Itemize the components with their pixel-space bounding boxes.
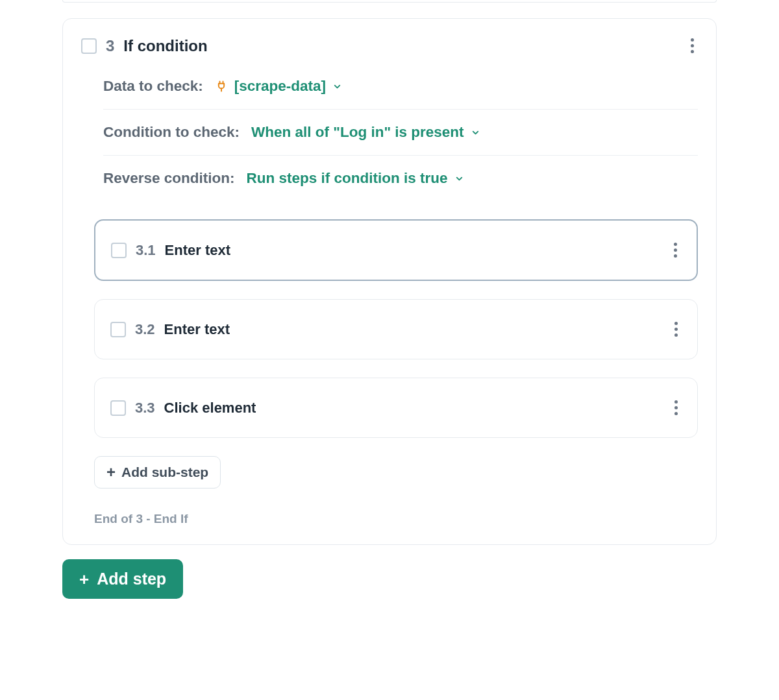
substep-card[interactable]: 3.2 Enter text bbox=[94, 299, 698, 359]
step-header-row: 3 If condition bbox=[81, 34, 698, 57]
step-checkbox[interactable] bbox=[81, 38, 97, 54]
chevron-down-icon bbox=[471, 128, 480, 138]
setting-label-data-to-check: Data to check: bbox=[103, 78, 203, 95]
chevron-down-icon bbox=[454, 174, 464, 184]
add-step-label: Add step bbox=[97, 570, 166, 588]
substep-checkbox[interactable] bbox=[110, 322, 126, 337]
substep-more-menu[interactable] bbox=[671, 396, 682, 419]
substep-card[interactable]: 3.1 Enter text bbox=[94, 219, 698, 281]
add-step-button[interactable]: + Add step bbox=[62, 559, 183, 599]
substep-more-menu[interactable] bbox=[670, 239, 681, 261]
setting-label-reverse: Reverse condition: bbox=[103, 170, 235, 187]
condition-value-text: When all of "Log in" is present bbox=[251, 124, 464, 141]
substep-checkbox[interactable] bbox=[110, 400, 126, 416]
chevron-down-icon bbox=[332, 82, 342, 91]
substep-title: Enter text bbox=[165, 242, 230, 259]
end-if-label: End of 3 - End If bbox=[94, 512, 698, 526]
setting-value-data-to-check[interactable]: [scrape-data] bbox=[215, 78, 342, 95]
substep-title: Click element bbox=[164, 400, 256, 416]
setting-value-reverse[interactable]: Run steps if condition is true bbox=[247, 170, 464, 187]
step-settings: Data to check: [scrape-data] bbox=[81, 78, 698, 201]
add-substep-label: Add sub-step bbox=[121, 465, 208, 480]
substeps-list: 3.1 Enter text 3.2 Enter text 3.3 Click … bbox=[81, 219, 698, 526]
plus-icon: + bbox=[106, 465, 116, 480]
plus-icon: + bbox=[79, 571, 89, 588]
step-number: 3 bbox=[106, 37, 114, 55]
reverse-value-text: Run steps if condition is true bbox=[247, 170, 448, 187]
substep-card[interactable]: 3.3 Click element bbox=[94, 378, 698, 438]
add-substep-button[interactable]: + Add sub-step bbox=[94, 456, 221, 489]
setting-label-condition: Condition to check: bbox=[103, 124, 240, 141]
setting-row-reverse: Reverse condition: Run steps if conditio… bbox=[103, 156, 698, 201]
substep-number: 3.2 bbox=[135, 321, 155, 338]
setting-value-condition[interactable]: When all of "Log in" is present bbox=[251, 124, 480, 141]
substep-checkbox[interactable] bbox=[111, 243, 127, 258]
previous-card-edge bbox=[62, 0, 717, 3]
substep-title: Enter text bbox=[164, 321, 230, 338]
plug-icon bbox=[215, 80, 228, 93]
setting-row-data-to-check: Data to check: [scrape-data] bbox=[103, 78, 698, 110]
substep-more-menu[interactable] bbox=[671, 318, 682, 341]
step-more-menu[interactable] bbox=[687, 34, 698, 57]
setting-row-condition: Condition to check: When all of "Log in"… bbox=[103, 110, 698, 156]
step-title: If condition bbox=[123, 37, 207, 55]
if-condition-step-card: 3 If condition Data to check: [sc bbox=[62, 18, 717, 545]
substep-number: 3.3 bbox=[135, 400, 155, 416]
substep-number: 3.1 bbox=[136, 242, 156, 259]
data-to-check-value-text: [scrape-data] bbox=[234, 78, 326, 95]
